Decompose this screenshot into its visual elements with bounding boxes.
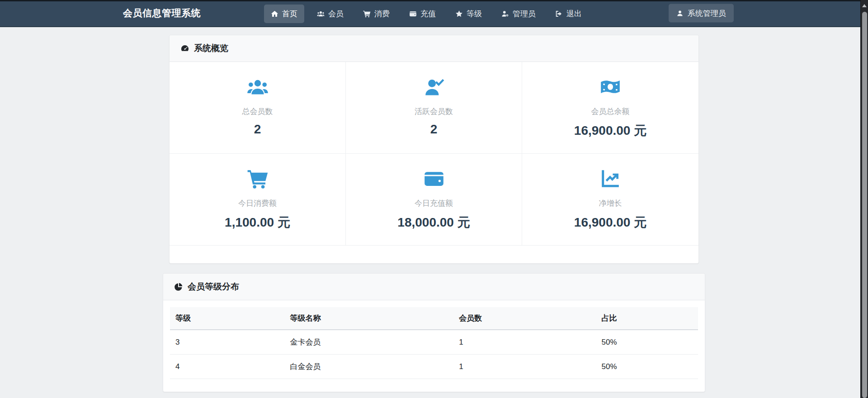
nav-menu: 首页 会员 消费 充值 等级 管理员 退出: [264, 5, 589, 23]
cart-icon: [363, 10, 371, 18]
scrollbar-thumb[interactable]: [862, 12, 867, 398]
tachometer-icon: [180, 44, 189, 53]
column-header: 会员数: [453, 307, 596, 330]
nav-item-wallet[interactable]: 充值: [402, 5, 443, 23]
nav-item-cart[interactable]: 消费: [356, 5, 396, 23]
users-icon: [317, 10, 325, 18]
nav-item-sign-out[interactable]: 退出: [548, 5, 589, 23]
stat-label: 会员总余额: [522, 106, 698, 117]
stat-tile: 活跃会员数 2: [346, 62, 522, 154]
table-cell: 白金会员: [284, 355, 453, 379]
stat-value: 16,900.00 元: [522, 214, 698, 231]
stat-tile: 总会员数 2: [170, 62, 346, 154]
main-content: 系统概览 总会员数 2 活跃会员数 2 会员总余额 16,900.00 元 今日…: [0, 35, 868, 392]
column-header: 等级名称: [284, 307, 453, 330]
table-cell: 3: [170, 330, 284, 355]
system-overview-card: 系统概览 总会员数 2 活跃会员数 2 会员总余额 16,900.00 元 今日…: [169, 35, 699, 264]
money-icon: [522, 76, 698, 100]
stat-label: 总会员数: [170, 106, 345, 117]
top-navbar: 会员信息管理系统 首页 会员 消费 充值 等级 管理员 退出 系统管理员: [0, 0, 868, 27]
stats-grid: 总会员数 2 活跃会员数 2 会员总余额 16,900.00 元 今日消费额 1…: [170, 62, 698, 263]
stat-label: 今日充值额: [346, 198, 522, 208]
level-table: 等级等级名称会员数占比 3金卡会员150%4白金会员150%: [170, 307, 698, 379]
user-check-icon: [346, 76, 522, 100]
system-overview-title: 系统概览: [194, 43, 228, 54]
table-cell: 4: [170, 355, 284, 379]
user-cog-icon: [501, 10, 509, 18]
sign-out-icon: [555, 10, 563, 18]
page-scrollbar[interactable]: [860, 0, 868, 398]
home-icon: [271, 10, 278, 18]
stat-value: 2: [170, 122, 345, 137]
level-distribution-header: 会员等级分布: [163, 274, 705, 300]
stat-tile: 净增长 16,900.00 元: [522, 154, 698, 246]
nav-item-users[interactable]: 会员: [310, 5, 350, 23]
stat-label: 净增长: [522, 198, 698, 208]
table-row: 3金卡会员150%: [170, 330, 698, 355]
column-header: 占比: [596, 307, 698, 330]
level-table-wrapper: 等级等级名称会员数占比 3金卡会员150%4白金会员150%: [163, 300, 705, 392]
column-header: 等级: [170, 307, 284, 330]
nav-item-home[interactable]: 首页: [264, 5, 304, 23]
wallet-icon: [409, 10, 417, 18]
table-header-row: 等级等级名称会员数占比: [170, 307, 698, 330]
user-badge-label: 系统管理员: [688, 8, 726, 19]
stat-tile: 今日消费额 1,100.00 元: [170, 154, 346, 246]
system-overview-header: 系统概览: [170, 35, 698, 62]
scrollbar-up-arrow-icon[interactable]: [862, 4, 867, 7]
stat-label: 活跃会员数: [346, 106, 522, 117]
table-cell: 50%: [596, 330, 698, 355]
chart-line-icon: [522, 168, 698, 191]
nav-item-star[interactable]: 等级: [448, 5, 489, 23]
cart-icon: [170, 168, 345, 191]
app-title: 会员信息管理系统: [123, 0, 201, 26]
star-icon: [455, 10, 463, 18]
stat-value: 18,000.00 元: [346, 214, 522, 231]
level-distribution-card: 会员等级分布 等级等级名称会员数占比 3金卡会员150%4白金会员150%: [163, 273, 705, 392]
table-cell: 50%: [596, 355, 698, 379]
stat-tile: 会员总余额 16,900.00 元: [522, 62, 698, 154]
stat-value: 1,100.00 元: [170, 214, 345, 231]
user-icon: [676, 9, 684, 17]
level-distribution-title: 会员等级分布: [188, 281, 239, 293]
window-top-edge: [0, 0, 868, 1]
stat-value: 2: [346, 122, 522, 137]
pie-chart-icon: [174, 282, 183, 291]
stat-label: 今日消费额: [170, 198, 345, 208]
user-badge[interactable]: 系统管理员: [669, 4, 734, 23]
table-cell: 金卡会员: [284, 330, 453, 355]
wallet-icon: [346, 168, 522, 191]
nav-item-user-cog[interactable]: 管理员: [495, 5, 542, 23]
table-row: 4白金会员150%: [170, 355, 698, 379]
stat-tile: 今日充值额 18,000.00 元: [346, 154, 522, 246]
table-cell: 1: [453, 355, 596, 379]
users-icon: [170, 76, 345, 100]
stat-value: 16,900.00 元: [522, 122, 698, 139]
table-cell: 1: [453, 330, 596, 355]
